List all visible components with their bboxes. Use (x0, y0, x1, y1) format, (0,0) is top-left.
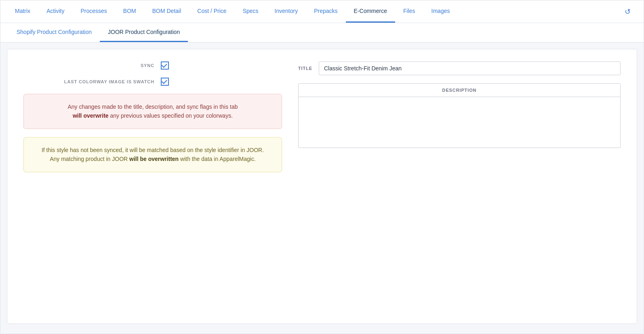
sync-label: SYNC (23, 63, 161, 68)
title-input[interactable] (319, 61, 621, 75)
title-row: TITLE (298, 61, 621, 75)
history-icon[interactable]: ↺ (618, 3, 637, 20)
content-area: Shopify Product Configuration JOOR Produ… (0, 23, 644, 334)
tab-files[interactable]: Files (395, 0, 423, 23)
tab-activity[interactable]: Activity (38, 0, 72, 23)
sub-tab-joor[interactable]: JOOR Product Configuration (100, 23, 188, 42)
left-column: SYNC LAST COLORWAY IMAGE IS SWATCH Any c… (23, 61, 282, 180)
alert-red-text2-val: any previous values specified on your co… (110, 112, 233, 119)
sub-tab-shopify[interactable]: Shopify Product Configuration (8, 23, 100, 42)
alert-yellow-text3-val: with the data in ApparelMagic. (180, 156, 256, 162)
colorway-row: LAST COLORWAY IMAGE IS SWATCH (23, 78, 282, 86)
top-nav: Matrix Activity Processes BOM BOM Detail… (0, 0, 644, 23)
tab-ecommerce[interactable]: E-Commerce (346, 0, 395, 23)
tab-cost-price[interactable]: Cost / Price (189, 0, 234, 23)
description-textarea[interactable] (299, 97, 620, 146)
tab-specs[interactable]: Specs (235, 0, 267, 23)
tab-inventory[interactable]: Inventory (267, 0, 306, 23)
tab-prepacks[interactable]: Prepacks (306, 0, 345, 23)
sync-row: SYNC (23, 61, 282, 70)
colorway-checkbox[interactable] (161, 78, 169, 86)
tab-bom-detail[interactable]: BOM Detail (144, 0, 189, 23)
main-panel: SYNC LAST COLORWAY IMAGE IS SWATCH Any c… (7, 49, 637, 324)
right-column: TITLE DESCRIPTION (298, 61, 621, 180)
tab-matrix[interactable]: Matrix (7, 0, 38, 23)
alert-yellow: If this style has not been synced, it wi… (23, 137, 282, 172)
two-col-layout: SYNC LAST COLORWAY IMAGE IS SWATCH Any c… (23, 61, 621, 180)
alert-yellow-text1: If this style has not been synced, it wi… (42, 147, 264, 153)
sub-tabs: Shopify Product Configuration JOOR Produ… (0, 23, 644, 42)
alert-yellow-text2: Any matching product in JOOR (50, 156, 128, 162)
alert-yellow-bold: will be overwritten (129, 156, 179, 162)
tab-bom[interactable]: BOM (115, 0, 144, 23)
tab-images[interactable]: Images (423, 0, 458, 23)
tab-processes[interactable]: Processes (72, 0, 115, 23)
title-label: TITLE (298, 66, 312, 71)
alert-red-bold: will overwrite (73, 112, 109, 119)
alert-red-text1: Any changes made to the title, descripti… (67, 104, 238, 110)
colorway-label: LAST COLORWAY IMAGE IS SWATCH (23, 79, 161, 84)
alert-red: Any changes made to the title, descripti… (23, 94, 282, 129)
app-container: Matrix Activity Processes BOM BOM Detail… (0, 0, 644, 334)
description-label: DESCRIPTION (299, 84, 620, 97)
sync-checkbox[interactable] (161, 61, 169, 70)
description-box: DESCRIPTION (298, 83, 621, 148)
